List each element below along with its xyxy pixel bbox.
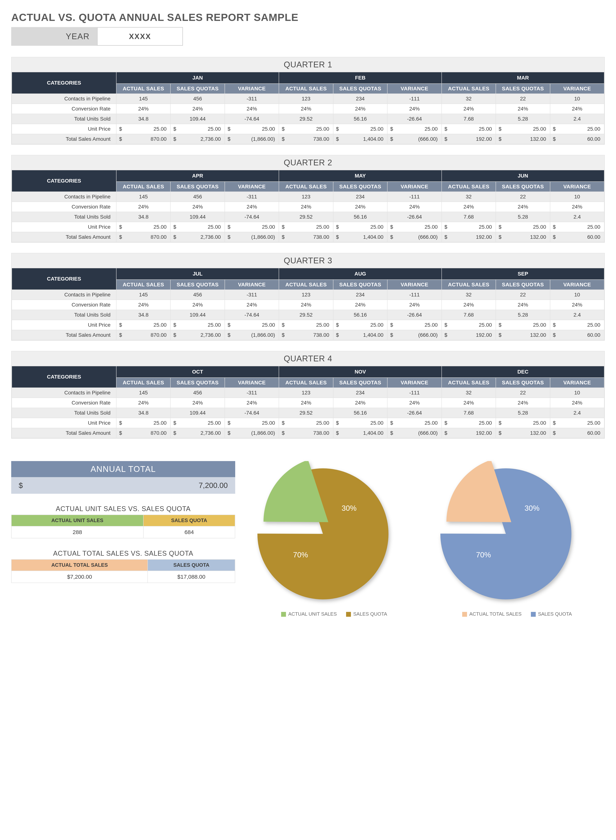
cell: $738.00: [279, 134, 333, 144]
sub-quota: SALES QUOTAS: [170, 84, 224, 94]
sub-actual: ACTUAL SALES: [279, 280, 333, 290]
annual-currency: $: [19, 481, 23, 490]
row-label: Total Units Sold: [12, 114, 116, 124]
sub-variance: VARIANCE: [225, 378, 279, 388]
cell: 24%: [387, 104, 441, 114]
summary-totals-h2: SALES QUOTA: [148, 559, 235, 571]
cell: 24%: [116, 202, 170, 212]
sub-variance: VARIANCE: [550, 84, 604, 94]
cell: 456: [170, 388, 224, 398]
month-header: JUN: [441, 170, 604, 182]
month-header: OCT: [116, 366, 279, 378]
cell: $25.00: [550, 320, 604, 330]
sub-variance: VARIANCE: [387, 84, 441, 94]
cell: $25.00: [116, 320, 170, 330]
cell: $25.00: [496, 418, 550, 428]
cell: -311: [225, 192, 279, 202]
cell: $1,404.00: [333, 330, 387, 340]
pie1-pct1: 30%: [342, 504, 356, 512]
row-label: Conversion Rate: [12, 300, 116, 310]
cell: -311: [225, 388, 279, 398]
cell: -74.64: [225, 408, 279, 418]
cell: $25.00: [387, 222, 441, 232]
cell: 7.68: [441, 114, 496, 124]
summary-units-h2: SALES QUOTA: [143, 515, 235, 526]
cell: 234: [333, 388, 387, 398]
summary-units-v2: 684: [143, 526, 235, 538]
cell: 22: [496, 388, 550, 398]
cell: 7.68: [441, 408, 496, 418]
cell: 24%: [279, 104, 333, 114]
cell: 2.4: [550, 114, 604, 124]
cell: 24%: [225, 104, 279, 114]
cell: $25.00: [170, 418, 224, 428]
row-label: Conversion Rate: [12, 202, 116, 212]
cell: 34.8: [116, 310, 170, 320]
cell: -26.64: [387, 212, 441, 222]
month-header: NOV: [279, 366, 441, 378]
row-label: Contacts in Pipeline: [12, 192, 116, 202]
cell: $25.00: [170, 124, 224, 134]
cell: 10: [550, 94, 604, 104]
cell: 24%: [279, 300, 333, 310]
cell: $738.00: [279, 330, 333, 340]
cell: 22: [496, 290, 550, 300]
cell: 145: [116, 290, 170, 300]
cell: 456: [170, 290, 224, 300]
cell: $870.00: [116, 134, 170, 144]
cell: -26.64: [387, 408, 441, 418]
cell: 109.44: [170, 114, 224, 124]
row-label: Contacts in Pipeline: [12, 94, 116, 104]
cell: -311: [225, 94, 279, 104]
categories-header: CATEGORIES: [12, 170, 116, 192]
year-value[interactable]: XXXX: [97, 27, 183, 46]
sub-variance: VARIANCE: [387, 378, 441, 388]
cell: 24%: [496, 398, 550, 408]
cell: 24%: [441, 104, 496, 114]
cell: 456: [170, 192, 224, 202]
cell: $25.00: [279, 418, 333, 428]
cell: 2.4: [550, 408, 604, 418]
pie1-leg2: SALES QUOTA: [353, 611, 387, 617]
cell: 29.52: [279, 408, 333, 418]
cell: 24%: [170, 202, 224, 212]
year-row: YEAR XXXX: [11, 27, 605, 46]
sub-quota: SALES QUOTAS: [170, 378, 224, 388]
cell: 10: [550, 290, 604, 300]
cell: 24%: [441, 300, 496, 310]
sub-quota: SALES QUOTAS: [496, 182, 550, 192]
cell: $1,404.00: [333, 134, 387, 144]
cell: 10: [550, 192, 604, 202]
cell: 7.68: [441, 212, 496, 222]
cell: $25.00: [441, 222, 496, 232]
sub-actual: ACTUAL SALES: [116, 84, 170, 94]
cell: 24%: [116, 104, 170, 114]
summary-units-table: ACTUAL UNIT SALES SALES QUOTA 288 684: [11, 515, 235, 538]
cell: 24%: [550, 398, 604, 408]
row-label: Unit Price: [12, 222, 116, 232]
cell: $25.00: [496, 320, 550, 330]
cell: $25.00: [116, 418, 170, 428]
row-label: Total Sales Amount: [12, 232, 116, 242]
cell: $25.00: [333, 320, 387, 330]
cell: 123: [279, 192, 333, 202]
month-header: AUG: [279, 268, 441, 280]
cell: -26.64: [387, 310, 441, 320]
cell: -74.64: [225, 212, 279, 222]
sub-variance: VARIANCE: [225, 182, 279, 192]
month-header: FEB: [279, 72, 441, 84]
sub-actual: ACTUAL SALES: [441, 280, 496, 290]
cell: $60.00: [550, 428, 604, 438]
cell: 32: [441, 388, 496, 398]
row-label: Unit Price: [12, 124, 116, 134]
cell: 34.8: [116, 114, 170, 124]
row-label: Total Sales Amount: [12, 428, 116, 438]
summary-units-v1: 288: [12, 526, 143, 538]
row-label: Conversion Rate: [12, 104, 116, 114]
sub-quota: SALES QUOTAS: [496, 84, 550, 94]
cell: $60.00: [550, 330, 604, 340]
cell: $25.00: [333, 124, 387, 134]
cell: $1,404.00: [333, 232, 387, 242]
cell: 145: [116, 192, 170, 202]
summary-totals-h1: ACTUAL TOTAL SALES: [12, 559, 148, 571]
